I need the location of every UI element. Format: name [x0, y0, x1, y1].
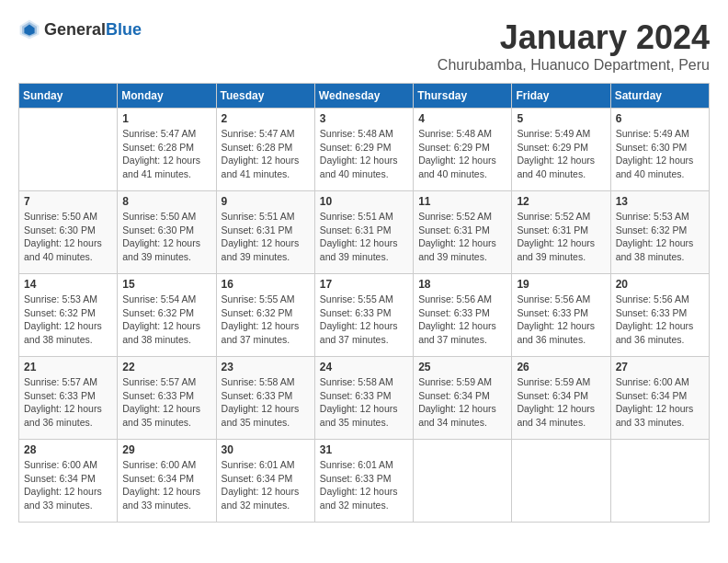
- day-number: 13: [616, 195, 704, 208]
- calendar-week-row: 28Sunrise: 6:00 AM Sunset: 6:34 PM Dayli…: [19, 440, 710, 523]
- day-number: 1: [122, 112, 210, 125]
- day-number: 28: [24, 443, 112, 456]
- calendar-cell: 18Sunrise: 5:56 AM Sunset: 6:33 PM Dayli…: [414, 274, 512, 357]
- day-number: 5: [517, 112, 605, 125]
- day-number: 10: [320, 195, 408, 208]
- calendar-cell: 10Sunrise: 5:51 AM Sunset: 6:31 PM Dayli…: [314, 191, 413, 274]
- day-number: 14: [24, 278, 112, 291]
- calendar-cell: 3Sunrise: 5:48 AM Sunset: 6:29 PM Daylig…: [314, 109, 413, 191]
- day-number: 8: [122, 195, 210, 208]
- day-number: 22: [122, 361, 210, 373]
- day-number: 31: [320, 443, 408, 456]
- calendar-cell: 24Sunrise: 5:58 AM Sunset: 6:33 PM Dayli…: [314, 357, 413, 440]
- calendar-cell: 23Sunrise: 5:58 AM Sunset: 6:33 PM Dayli…: [216, 357, 314, 440]
- calendar-cell: 20Sunrise: 5:56 AM Sunset: 6:33 PM Dayli…: [610, 274, 709, 357]
- cell-daylight-info: Sunrise: 5:53 AM Sunset: 6:32 PM Dayligh…: [616, 210, 704, 264]
- day-number: 25: [418, 361, 506, 373]
- calendar-cell: 27Sunrise: 6:00 AM Sunset: 6:34 PM Dayli…: [610, 357, 709, 440]
- calendar-cell: 7Sunrise: 5:50 AM Sunset: 6:30 PM Daylig…: [19, 191, 118, 274]
- calendar-cell: 21Sunrise: 5:57 AM Sunset: 6:33 PM Dayli…: [19, 357, 118, 440]
- calendar-cell: 28Sunrise: 6:00 AM Sunset: 6:34 PM Dayli…: [19, 440, 118, 523]
- cell-daylight-info: Sunrise: 6:00 AM Sunset: 6:34 PM Dayligh…: [24, 458, 112, 512]
- logo-icon: [18, 18, 40, 40]
- cell-daylight-info: Sunrise: 5:55 AM Sunset: 6:32 PM Dayligh…: [222, 293, 310, 347]
- cell-daylight-info: Sunrise: 5:50 AM Sunset: 6:30 PM Dayligh…: [122, 210, 210, 264]
- day-number: 24: [320, 361, 408, 373]
- day-number: 7: [24, 195, 112, 208]
- calendar-cell: 8Sunrise: 5:50 AM Sunset: 6:30 PM Daylig…: [118, 191, 216, 274]
- cell-daylight-info: Sunrise: 6:00 AM Sunset: 6:34 PM Dayligh…: [616, 375, 704, 430]
- calendar-cell: 2Sunrise: 5:47 AM Sunset: 6:28 PM Daylig…: [216, 109, 314, 191]
- cell-daylight-info: Sunrise: 5:47 AM Sunset: 6:28 PM Dayligh…: [122, 127, 210, 181]
- calendar-cell: 6Sunrise: 5:49 AM Sunset: 6:30 PM Daylig…: [610, 109, 709, 191]
- day-number: 27: [616, 361, 704, 373]
- calendar-cell: 14Sunrise: 5:53 AM Sunset: 6:32 PM Dayli…: [19, 274, 118, 357]
- calendar-cell: [512, 440, 610, 523]
- logo-text-blue: Blue: [106, 20, 142, 40]
- location-title: Churubamba, Huanuco Department, Peru: [438, 57, 710, 74]
- cell-daylight-info: Sunrise: 5:52 AM Sunset: 6:31 PM Dayligh…: [517, 210, 605, 264]
- day-number: 15: [122, 278, 210, 291]
- cell-daylight-info: Sunrise: 5:59 AM Sunset: 6:34 PM Dayligh…: [418, 375, 506, 430]
- cell-daylight-info: Sunrise: 5:48 AM Sunset: 6:29 PM Dayligh…: [320, 127, 408, 181]
- cell-daylight-info: Sunrise: 5:54 AM Sunset: 6:32 PM Dayligh…: [122, 293, 210, 347]
- day-number: 29: [122, 443, 210, 456]
- calendar-week-row: 7Sunrise: 5:50 AM Sunset: 6:30 PM Daylig…: [19, 191, 710, 274]
- day-number: 3: [320, 112, 408, 125]
- cell-daylight-info: Sunrise: 5:48 AM Sunset: 6:29 PM Dayligh…: [418, 127, 506, 181]
- logo: General Blue: [18, 18, 142, 40]
- day-number: 21: [24, 361, 112, 373]
- cell-daylight-info: Sunrise: 5:56 AM Sunset: 6:33 PM Dayligh…: [517, 293, 605, 347]
- calendar-cell: 29Sunrise: 6:00 AM Sunset: 6:34 PM Dayli…: [118, 440, 216, 523]
- calendar-cell: 11Sunrise: 5:52 AM Sunset: 6:31 PM Dayli…: [414, 191, 512, 274]
- cell-daylight-info: Sunrise: 5:51 AM Sunset: 6:31 PM Dayligh…: [222, 210, 310, 264]
- cell-daylight-info: Sunrise: 5:56 AM Sunset: 6:33 PM Dayligh…: [616, 293, 704, 347]
- calendar-week-row: 14Sunrise: 5:53 AM Sunset: 6:32 PM Dayli…: [19, 274, 710, 357]
- cell-daylight-info: Sunrise: 5:51 AM Sunset: 6:31 PM Dayligh…: [320, 210, 408, 264]
- weekday-header-saturday: Saturday: [610, 84, 709, 109]
- title-section: January 2024 Churubamba, Huanuco Departm…: [438, 18, 710, 74]
- cell-daylight-info: Sunrise: 5:58 AM Sunset: 6:33 PM Dayligh…: [320, 375, 408, 430]
- calendar-cell: 16Sunrise: 5:55 AM Sunset: 6:32 PM Dayli…: [216, 274, 314, 357]
- calendar-cell: 13Sunrise: 5:53 AM Sunset: 6:32 PM Dayli…: [610, 191, 709, 274]
- day-number: 2: [222, 112, 310, 125]
- calendar-cell: 9Sunrise: 5:51 AM Sunset: 6:31 PM Daylig…: [216, 191, 314, 274]
- calendar-cell: 25Sunrise: 5:59 AM Sunset: 6:34 PM Dayli…: [414, 357, 512, 440]
- calendar-cell: 26Sunrise: 5:59 AM Sunset: 6:34 PM Dayli…: [512, 357, 610, 440]
- cell-daylight-info: Sunrise: 6:01 AM Sunset: 6:33 PM Dayligh…: [320, 458, 408, 512]
- calendar-week-row: 21Sunrise: 5:57 AM Sunset: 6:33 PM Dayli…: [19, 357, 710, 440]
- cell-daylight-info: Sunrise: 5:57 AM Sunset: 6:33 PM Dayligh…: [122, 375, 210, 430]
- cell-daylight-info: Sunrise: 5:49 AM Sunset: 6:29 PM Dayligh…: [517, 127, 605, 181]
- day-number: 6: [616, 112, 704, 125]
- calendar-table: SundayMondayTuesdayWednesdayThursdayFrid…: [18, 83, 710, 523]
- cell-daylight-info: Sunrise: 5:55 AM Sunset: 6:33 PM Dayligh…: [320, 293, 408, 347]
- weekday-header-row: SundayMondayTuesdayWednesdayThursdayFrid…: [19, 84, 710, 109]
- weekday-header-sunday: Sunday: [19, 84, 118, 109]
- page-header: General Blue January 2024 Churubamba, Hu…: [18, 18, 710, 74]
- weekday-header-wednesday: Wednesday: [314, 84, 413, 109]
- calendar-cell: 30Sunrise: 6:01 AM Sunset: 6:34 PM Dayli…: [216, 440, 314, 523]
- weekday-header-thursday: Thursday: [414, 84, 512, 109]
- calendar-cell: 19Sunrise: 5:56 AM Sunset: 6:33 PM Dayli…: [512, 274, 610, 357]
- day-number: 23: [222, 361, 310, 373]
- calendar-cell: 15Sunrise: 5:54 AM Sunset: 6:32 PM Dayli…: [118, 274, 216, 357]
- calendar-cell: [414, 440, 512, 523]
- cell-daylight-info: Sunrise: 5:53 AM Sunset: 6:32 PM Dayligh…: [24, 293, 112, 347]
- day-number: 18: [418, 278, 506, 291]
- calendar-cell: 5Sunrise: 5:49 AM Sunset: 6:29 PM Daylig…: [512, 109, 610, 191]
- calendar-cell: 22Sunrise: 5:57 AM Sunset: 6:33 PM Dayli…: [118, 357, 216, 440]
- calendar-cell: [19, 109, 118, 191]
- calendar-cell: 17Sunrise: 5:55 AM Sunset: 6:33 PM Dayli…: [314, 274, 413, 357]
- cell-daylight-info: Sunrise: 5:58 AM Sunset: 6:33 PM Dayligh…: [222, 375, 310, 430]
- weekday-header-monday: Monday: [118, 84, 216, 109]
- logo-text-general: General: [44, 20, 106, 40]
- weekday-header-friday: Friday: [512, 84, 610, 109]
- cell-daylight-info: Sunrise: 5:47 AM Sunset: 6:28 PM Dayligh…: [222, 127, 310, 181]
- day-number: 4: [418, 112, 506, 125]
- calendar-cell: 1Sunrise: 5:47 AM Sunset: 6:28 PM Daylig…: [118, 109, 216, 191]
- cell-daylight-info: Sunrise: 5:50 AM Sunset: 6:30 PM Dayligh…: [24, 210, 112, 264]
- cell-daylight-info: Sunrise: 5:59 AM Sunset: 6:34 PM Dayligh…: [517, 375, 605, 430]
- day-number: 11: [418, 195, 506, 208]
- day-number: 26: [517, 361, 605, 373]
- day-number: 19: [517, 278, 605, 291]
